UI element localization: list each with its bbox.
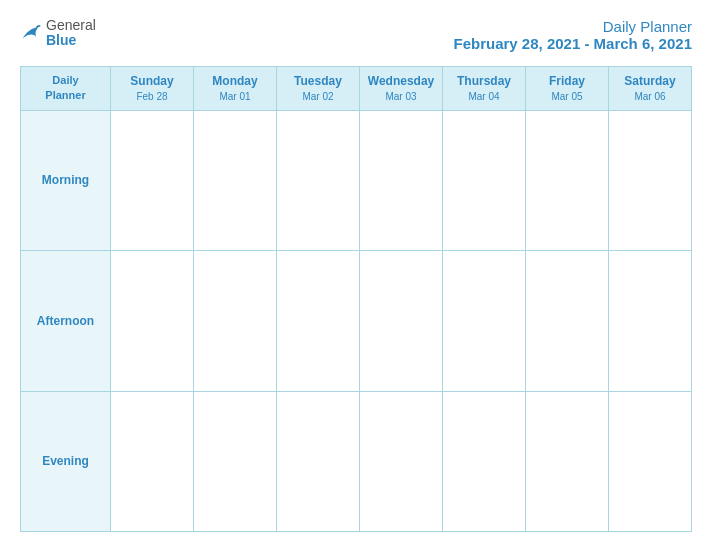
cell-afternoon-tuesday[interactable] [277, 251, 360, 391]
cell-evening-wednesday[interactable] [360, 391, 443, 531]
cell-morning-saturday[interactable] [609, 110, 692, 250]
cell-morning-friday[interactable] [526, 110, 609, 250]
logo-text: General Blue [46, 18, 96, 49]
column-header-sunday: Sunday Feb 28 [111, 67, 194, 111]
cell-afternoon-wednesday[interactable] [360, 251, 443, 391]
column-header-thursday: Thursday Mar 04 [443, 67, 526, 111]
cell-evening-saturday[interactable] [609, 391, 692, 531]
cell-morning-sunday[interactable] [111, 110, 194, 250]
cell-morning-tuesday[interactable] [277, 110, 360, 250]
page: General Blue Daily Planner February 28, … [0, 0, 712, 550]
cell-evening-thursday[interactable] [443, 391, 526, 531]
logo-blue: Blue [46, 33, 96, 48]
column-header-monday: Monday Mar 01 [194, 67, 277, 111]
cell-morning-wednesday[interactable] [360, 110, 443, 250]
date-range: February 28, 2021 - March 6, 2021 [454, 35, 692, 52]
planner-table: DailyPlanner Sunday Feb 28 Monday Mar 01… [20, 66, 692, 532]
cell-afternoon-sunday[interactable] [111, 251, 194, 391]
logo-general: General [46, 18, 96, 33]
cell-morning-monday[interactable] [194, 110, 277, 250]
header: General Blue Daily Planner February 28, … [20, 18, 692, 52]
row-morning: Morning [21, 110, 692, 250]
header-title: Daily Planner February 28, 2021 - March … [454, 18, 692, 52]
column-header-daily-planner: DailyPlanner [21, 67, 111, 111]
column-header-wednesday: Wednesday Mar 03 [360, 67, 443, 111]
bird-icon [20, 22, 42, 44]
row-label-evening: Evening [21, 391, 111, 531]
cell-afternoon-saturday[interactable] [609, 251, 692, 391]
row-evening: Evening [21, 391, 692, 531]
cell-evening-monday[interactable] [194, 391, 277, 531]
row-afternoon: Afternoon [21, 251, 692, 391]
planner-title: Daily Planner [454, 18, 692, 35]
table-header-row: DailyPlanner Sunday Feb 28 Monday Mar 01… [21, 67, 692, 111]
logo: General Blue [20, 18, 96, 49]
cell-evening-tuesday[interactable] [277, 391, 360, 531]
row-label-afternoon: Afternoon [21, 251, 111, 391]
cell-afternoon-monday[interactable] [194, 251, 277, 391]
row-label-morning: Morning [21, 110, 111, 250]
cell-afternoon-friday[interactable] [526, 251, 609, 391]
cell-afternoon-thursday[interactable] [443, 251, 526, 391]
column-header-friday: Friday Mar 05 [526, 67, 609, 111]
column-header-tuesday: Tuesday Mar 02 [277, 67, 360, 111]
column-header-saturday: Saturday Mar 06 [609, 67, 692, 111]
cell-evening-friday[interactable] [526, 391, 609, 531]
cell-morning-thursday[interactable] [443, 110, 526, 250]
cell-evening-sunday[interactable] [111, 391, 194, 531]
